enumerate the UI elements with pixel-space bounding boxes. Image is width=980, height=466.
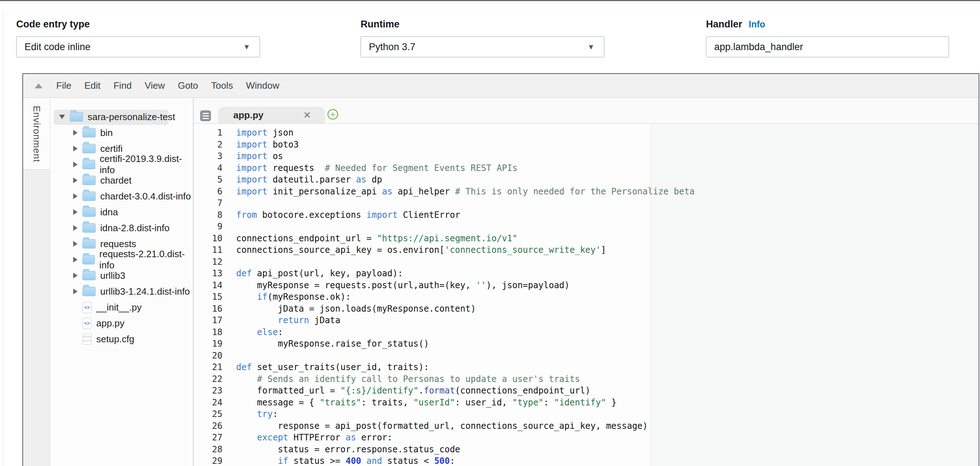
folder-icon [83,144,95,153]
runtime-value: Python 3.7 [369,41,587,52]
tree-item-requests-2-21-0-dist-info[interactable]: requests-2.21.0.dist-info [50,252,193,268]
code-line: response = api_post(formatted_url, conne… [236,420,978,432]
code-line: import json [236,127,978,139]
code-line: import os [236,150,978,162]
folder-icon [70,112,83,122]
code-line: # Sends an identify call to Personas to … [236,373,978,385]
tab-app-py[interactable]: app.py ✕ [218,107,325,123]
code-line [236,221,978,233]
cloud9-editor-frame: FileEditFindViewGotoToolsWindow Environm… [22,73,979,466]
line-number: 29 [194,455,223,466]
dropdown-caret-icon: ▼ [243,43,250,51]
folder-icon [83,160,95,169]
disclosure-icon[interactable] [73,146,78,151]
folder-icon [83,191,95,201]
disclosure-icon[interactable] [73,162,78,167]
menu-view[interactable]: View [145,80,165,91]
line-number: 5 [194,174,223,186]
disclosure-icon[interactable] [73,289,78,294]
folder-icon [83,271,95,280]
config-file-icon [83,334,92,345]
card-left-border [3,10,3,466]
handler-field-box [706,37,949,57]
tree-item-label: bin [100,127,113,138]
tab-list-icon[interactable] [200,110,211,121]
line-number: 16 [194,303,223,315]
code-line: myResponse = requests.post(url,auth=(key… [236,280,978,291]
tree-item-setup-cfg[interactable]: setup.cfg [50,331,193,347]
code-line: myResponse.raise_for_status() [236,338,978,350]
code-line: status = error.response.status_code [236,444,978,456]
line-number: 20 [194,350,223,362]
handler-info-link[interactable]: Info [749,19,765,29]
menu-tools[interactable]: Tools [211,80,233,91]
tree-item-sara-personalize-test[interactable]: sara-personalize-test [50,109,193,125]
tree-item--init-py[interactable]: <>__init__.py [50,299,193,315]
disclosure-icon[interactable] [73,209,78,215]
line-number: 10 [194,233,223,245]
disclosure-icon[interactable] [73,241,78,247]
line-number: 18 [194,326,223,338]
tree-item-app-py[interactable]: <>app.py [50,315,193,331]
line-number: 23 [194,385,223,397]
tab-environment[interactable]: Environment [23,98,50,170]
line-number: 17 [194,315,223,326]
code-line: return jData [236,315,978,326]
menu-file[interactable]: File [56,80,72,91]
code-line: message = { "traits": traits, "userId": … [236,397,978,409]
line-number: 13 [194,268,223,280]
disclosure-icon[interactable] [73,130,78,136]
disclosure-icon[interactable] [73,177,78,183]
tree-item-label: idna-2.8.dist-info [100,223,169,234]
code-line: import init_personalize_api as api_helpe… [236,186,978,198]
line-number: 27 [194,432,223,444]
line-number: 21 [194,361,223,373]
code-line: formatted_url = "{:s}/identify".format(c… [236,385,978,397]
line-number: 24 [194,397,223,409]
collapse-panel-icon[interactable] [35,83,43,88]
code-editor[interactable]: 1234567891011121314151617181920212223242… [194,124,978,466]
handler-input[interactable] [706,37,949,57]
line-number: 7 [194,197,223,209]
line-number: 11 [194,244,223,256]
tree-item-label: requests [100,239,136,250]
tree-item-chardet-3-0-4-dist-info[interactable]: chardet-3.0.4.dist-info [50,188,193,204]
tab-label: app.py [233,107,264,123]
disclosure-icon[interactable] [73,193,78,199]
tree-item-label: setup.cfg [96,334,135,345]
menu-goto[interactable]: Goto [178,80,198,91]
tree-item-idna[interactable]: idna [50,204,193,220]
disclosure-icon[interactable] [73,225,78,231]
tree-item-label: app.py [96,318,124,329]
tree-item-label: idna [100,207,118,218]
tree-item-urllib3-1-24-1-dist-info[interactable]: urllib3-1.24.1.dist-info [50,283,193,299]
tree-item-idna-2-8-dist-info[interactable]: idna-2.8.dist-info [50,220,193,236]
menu-edit[interactable]: Edit [84,80,100,91]
add-tab-icon[interactable]: + [328,109,338,120]
runtime-select[interactable]: Python 3.7 ▼ [361,37,604,57]
code-line [236,197,978,209]
close-icon[interactable]: ✕ [303,107,311,123]
menu-window[interactable]: Window [246,80,279,91]
code-line: import requests # Needed for Segment Eve… [236,162,978,174]
tree-item-bin[interactable]: bin [50,125,193,141]
line-number: 12 [194,256,223,268]
disclosure-icon[interactable] [73,257,78,262]
folder-icon [83,207,95,217]
line-number: 19 [194,338,223,350]
tree-item-certifi-2019-3-9-dist-info[interactable]: certifi-2019.3.9.dist-info [50,156,193,172]
disclosure-icon[interactable] [73,273,78,278]
code-area: import jsonimport boto3import osimport r… [236,127,978,466]
dropdown-caret-icon: ▼ [587,43,595,51]
code-entry-type-label: Code entry type [16,19,90,30]
code-line: import dateutil.parser as dp [236,174,978,186]
tree-item-label: certifi-2019.3.9.dist-info [100,153,193,176]
disclosure-icon[interactable] [59,115,65,119]
file-tree: sara-personalize-testbincertificertifi-2… [50,98,193,466]
menu-find[interactable]: Find [114,80,132,91]
line-number: 2 [194,139,223,151]
tree-item-label: certifi [100,143,123,154]
tab-bar: app.py ✕ + [194,98,978,124]
tree-item-label: __init__.py [96,302,142,313]
code-entry-type-select[interactable]: Edit code inline ▼ [16,37,260,57]
